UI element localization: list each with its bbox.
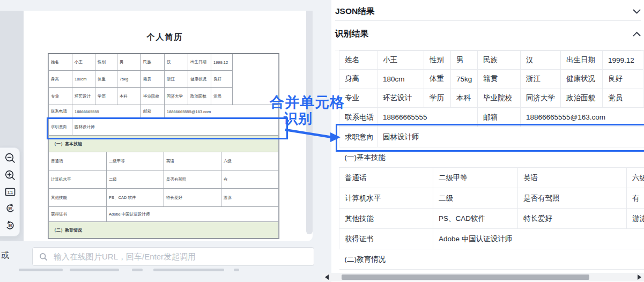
chevron-down-icon[interactable] xyxy=(633,9,641,14)
zoom-in-icon xyxy=(4,169,16,181)
table-cell: 籍贯 xyxy=(478,70,521,88)
table-cell: PS、CAD软件 xyxy=(433,209,518,229)
table-row: (一)基本技能 xyxy=(339,147,644,168)
table-cell: 六级 xyxy=(221,152,279,170)
annotation-merged-cell-line2: 识别 xyxy=(284,109,313,128)
table-cell: 18866665555@163.com xyxy=(165,105,279,118)
scrollbar-thumb[interactable] xyxy=(342,274,589,280)
table-cell: 体重 xyxy=(424,70,451,88)
rotate-right-button[interactable]: 90 xyxy=(4,219,17,232)
table-cell: 获得证书 xyxy=(339,229,433,249)
clipped-hint-text xyxy=(153,269,224,271)
table-cell: 体重 xyxy=(95,71,117,88)
scroll-right-arrow[interactable] xyxy=(638,274,641,280)
json-result-section-header[interactable]: JSON结果 xyxy=(335,4,641,19)
table-cell: 身高 xyxy=(49,71,72,88)
table-cell: 其他技能 xyxy=(339,209,433,229)
one-to-one-button[interactable]: 1:1 xyxy=(4,185,17,198)
svg-text:90: 90 xyxy=(8,224,12,227)
image-url-input[interactable] xyxy=(53,251,307,262)
table-row: 求职意向园林设计师 xyxy=(339,127,644,147)
table-cell: 园林设计师 xyxy=(72,118,279,136)
table-cell: 特长爱好 xyxy=(164,189,221,207)
json-result-title: JSON结果 xyxy=(335,6,374,17)
table-row: 联系电话18866665555邮箱18866665555@163.com xyxy=(49,105,279,118)
table-cell: 浙江 xyxy=(521,70,561,88)
table-row: 计算机水平二级是否有驾照有 xyxy=(339,188,644,209)
resume-table: 姓名小王性别男民族汉出生日期1999.12身高180cm体重75kg籍贯浙江健康… xyxy=(48,53,279,239)
table-cell: 计算机水平 xyxy=(49,170,107,189)
scroll-left-arrow[interactable] xyxy=(325,274,329,280)
viewer-toolbar: 1:1 90 90 xyxy=(0,147,20,236)
image-viewer: 个人简历 姓名小王性别男民族汉出生日期1999.12身高180cm体重75kg籍… xyxy=(0,11,313,241)
table-cell: 18866665555@163.com xyxy=(521,108,644,127)
table-cell: 政治面貌 xyxy=(188,88,211,105)
table-cell: 民族 xyxy=(141,54,165,71)
table-cell: 籍贯 xyxy=(141,71,165,88)
table-row: 普通话二级甲等英语六级 xyxy=(339,168,644,188)
table-cell: 有 xyxy=(221,170,279,189)
table-cell: 18866665555 xyxy=(377,108,478,127)
table-cell: 有 xyxy=(627,188,644,209)
zoom-out-icon xyxy=(4,152,16,164)
table-cell: 政治面貌 xyxy=(561,88,603,108)
table-row: 身高180cm体重75kg籍贯浙江健康状况良好 xyxy=(339,70,644,88)
table-cell: 邮箱 xyxy=(478,108,521,127)
table-row: 其他技能PS、CAD软件特长爱好游泳 xyxy=(339,209,644,229)
table-cell: 学历 xyxy=(424,88,451,108)
recognition-result-section-header[interactable]: 识别结果 xyxy=(335,26,641,41)
table-cell: 专业 xyxy=(49,88,72,105)
table-row: 姓名小王性别男民族汉出生日期1999.12 xyxy=(49,54,279,71)
table-cell: 六级 xyxy=(627,168,644,188)
table-cell: 姓名 xyxy=(339,51,377,70)
table-cell: 二级 xyxy=(433,188,518,209)
table-cell: 其他技能 xyxy=(49,189,107,207)
clipped-hint-text xyxy=(19,269,63,271)
search-icon xyxy=(39,253,48,261)
table-cell: 联系电话 xyxy=(339,108,377,127)
rotate-right-90-icon: 90 xyxy=(4,220,16,232)
table-cell: 党员 xyxy=(211,88,233,105)
table-cell: 民族 xyxy=(478,51,521,70)
table-cell: 姓名 xyxy=(49,54,72,71)
table-cell: 园林设计师 xyxy=(377,127,644,147)
table-cell: 出生日期 xyxy=(561,51,603,70)
table-cell: 是否有驾照 xyxy=(164,170,221,189)
resume-document-image[interactable]: 个人简历 姓名小王性别男民族汉出生日期1999.12身高180cm体重75kg籍… xyxy=(24,11,306,241)
recognition-result-title: 识别结果 xyxy=(335,28,368,40)
table-cell: 二级甲等 xyxy=(107,152,164,170)
table-row: 获得证书Adobe 中国认证设计师 xyxy=(49,207,279,222)
results-horizontal-scrollbar xyxy=(322,273,644,281)
table-row: 姓名小王性别男民族汉出生日期1999.12 xyxy=(339,51,644,70)
table-cell: 75kg xyxy=(451,70,478,88)
table-cell: 性别 xyxy=(95,54,117,71)
table-cell: 毕业院校 xyxy=(141,88,165,105)
table-cell: (一)基本技能 xyxy=(339,147,644,168)
table-row: （二）教育情况 xyxy=(49,222,279,239)
clipped-hint-text xyxy=(70,269,119,271)
chevron-up-icon[interactable] xyxy=(633,32,641,36)
table-cell: 身高 xyxy=(339,70,377,88)
table-ocr-demo-page: 个人简历 姓名小王性别男民族汉出生日期1999.12身高180cm体重75kg籍… xyxy=(0,0,644,282)
zoom-in-button[interactable] xyxy=(4,169,17,182)
table-cell: 男 xyxy=(117,54,141,71)
clipped-hint-text xyxy=(234,269,239,271)
table-cell: 英语 xyxy=(164,152,221,170)
table-cell: （二）教育情况 xyxy=(49,222,279,239)
table-cell: 汉 xyxy=(521,51,561,70)
table-cell: 1999.12 xyxy=(211,54,233,71)
or-label: 或 xyxy=(1,250,9,261)
rotate-left-button[interactable]: 90 xyxy=(4,202,17,215)
table-cell: 健康状况 xyxy=(188,71,211,88)
clipped-hint-text xyxy=(132,269,143,271)
recognition-table: 姓名小王性别男民族汉出生日期1999.12身高180cm体重75kg籍贯浙江健康… xyxy=(339,50,644,271)
table-cell: 本科 xyxy=(451,88,478,108)
zoom-out-button[interactable] xyxy=(4,152,17,165)
table-cell: 良好 xyxy=(603,70,643,88)
table-cell: 获得证书 xyxy=(49,207,107,222)
table-cell: （一）基本技能 xyxy=(49,136,279,152)
table-row: （一）基本技能 xyxy=(49,136,279,152)
table-row: (二)教育情况 xyxy=(339,249,644,270)
svg-text:1:1: 1:1 xyxy=(7,190,12,194)
table-cell: 性别 xyxy=(424,51,451,70)
